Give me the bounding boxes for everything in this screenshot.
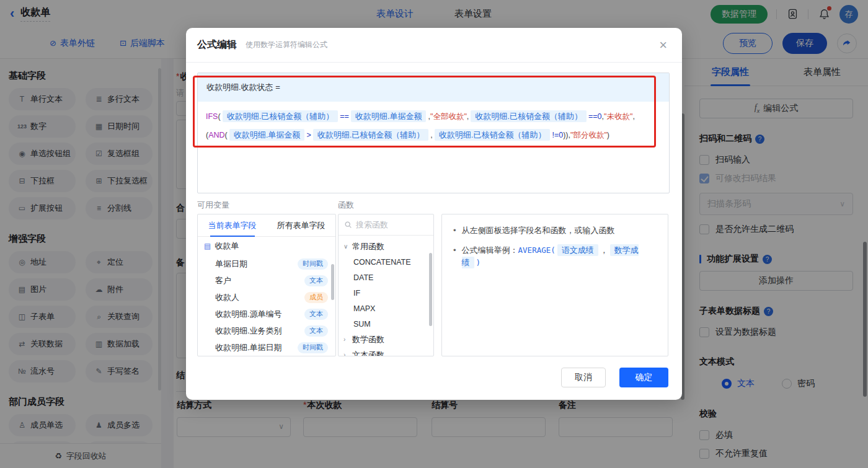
- variable-name: 单据日期: [215, 258, 247, 270]
- cancel-button[interactable]: 取消: [561, 368, 606, 387]
- help-bullet: • 公式编辑举例：AVERAGE(语文成绩，数学成绩): [453, 244, 657, 269]
- variable-row[interactable]: 客户文本: [198, 272, 335, 289]
- variable-row[interactable]: 收款明细.源单编号文本: [198, 306, 335, 322]
- formula-editor-modal: 公式编辑 使用数学运算符编辑公式 × 收款明细.收款状态 = IFS(收款明细.…: [186, 28, 682, 400]
- function-group[interactable]: ∨常用函数: [339, 239, 433, 254]
- chip-separator: ，: [600, 245, 608, 255]
- formula-token: (: [225, 131, 228, 139]
- confirm-button[interactable]: 确定: [619, 368, 668, 387]
- field-chip[interactable]: 收款明细.已核销金额（辅助）: [471, 110, 587, 122]
- variables-panel: 当前表单字段所有表单字段 ▤收款单单据日期时间戳客户文本收款人成员收款明细.源单…: [197, 214, 336, 356]
- help-example-close: ): [476, 258, 481, 267]
- formula-token: ==: [340, 112, 349, 121]
- variable-row[interactable]: 单据日期时间戳: [198, 255, 335, 272]
- search-placeholder: 搜索函数: [356, 219, 388, 231]
- field-chip[interactable]: 收款明细.单据金额: [229, 129, 305, 141]
- variables-tree: ▤收款单单据日期时间戳客户文本收款人成员收款明细.源单编号文本收款明细.业务类别…: [198, 237, 335, 356]
- formula-token: "全部收款": [430, 112, 467, 121]
- form-file-icon: ▤: [204, 242, 211, 250]
- formula-input-area[interactable]: 收款明细.收款状态 = IFS(收款明细.已核销金额（辅助）==收款明细.单据金…: [197, 73, 670, 193]
- variable-row[interactable]: 收款人成员: [198, 289, 335, 306]
- formula-token: ,: [430, 131, 432, 139]
- function-group-label: 数学函数: [352, 334, 384, 345]
- function-group[interactable]: ›文本函数: [339, 347, 433, 356]
- variable-type-badge: 文本: [304, 275, 328, 286]
- field-chip[interactable]: 收款明细.单据金额: [351, 110, 427, 122]
- formula-token: ,: [467, 112, 469, 121]
- modal-title: 公式编辑: [197, 38, 237, 51]
- function-list: ∨常用函数CONCATENATEDATEIFMAPXSUM›数学函数›文本函数: [339, 236, 433, 356]
- formula-token: "未收款": [604, 112, 632, 121]
- chevron-right-icon: ›: [343, 351, 349, 356]
- bullet-dot: •: [453, 244, 456, 269]
- close-icon[interactable]: ×: [655, 38, 671, 52]
- formula-line: (AND(收款明细.单据金额>收款明细.已核销金额（辅助）,收款明细.已核销金额…: [206, 126, 661, 144]
- formula-token: ,: [632, 112, 634, 121]
- variable-row[interactable]: 收款明细.单据日期时间戳: [198, 339, 335, 356]
- variable-name: 收款明细.源单编号: [215, 309, 282, 320]
- formula-token: ==0: [588, 112, 602, 121]
- variable-type-badge: 时间戳: [298, 342, 328, 353]
- chevron-right-icon: ›: [343, 336, 349, 343]
- function-search[interactable]: 搜索函数: [339, 214, 433, 236]
- formula-token: ): [607, 131, 609, 139]
- function-group[interactable]: ›数学函数: [339, 332, 433, 347]
- function-item[interactable]: CONCATENATE: [339, 254, 433, 270]
- field-chip[interactable]: 收款明细.已核销金额（辅助）: [313, 129, 429, 141]
- functions-panel: 搜索函数 ∨常用函数CONCATENATEDATEIFMAPXSUM›数学函数›…: [338, 214, 434, 356]
- functions-scrollbar[interactable]: [429, 253, 432, 326]
- formula-token: (: [218, 112, 220, 121]
- formula-token: IFS: [206, 112, 218, 121]
- variable-name: 收款人: [215, 292, 239, 303]
- help-bullet: • 从左侧面板选择字段名和函数，或输入函数: [453, 224, 657, 237]
- modal-subtitle: 使用数学运算符编辑公式: [246, 40, 327, 50]
- chevron-down-icon: ∨: [343, 243, 349, 250]
- tree-root-row[interactable]: ▤收款单: [198, 237, 335, 255]
- variable-type-badge: 文本: [304, 325, 328, 337]
- formula-token: >: [306, 131, 311, 139]
- formula-token: AND: [208, 131, 224, 139]
- formula-token: !=0: [552, 131, 563, 139]
- field-chip: 语文成绩: [557, 244, 598, 256]
- field-chip[interactable]: 收款明细.已核销金额（辅助）: [435, 129, 551, 141]
- formula-expression: IFS(收款明细.已核销金额（辅助）==收款明细.单据金额,"全部收款",收款明…: [198, 102, 669, 150]
- variable-type-badge: 文本: [304, 309, 328, 320]
- help-example: 公式编辑举例：AVERAGE(语文成绩，数学成绩): [462, 244, 657, 269]
- formula-token: "部分收款": [570, 131, 607, 139]
- variables-scrollbar[interactable]: [331, 264, 334, 300]
- app-window: ‹ 收款单 表单设计表单设置 数据管理 存 ⊘表单外链⊡后端脚本▦数据权限 预览…: [0, 0, 868, 468]
- variable-name: 客户: [215, 275, 231, 286]
- variable-type-badge: 时间戳: [298, 258, 328, 270]
- variables-tabs: 当前表单字段所有表单字段: [198, 214, 335, 237]
- help-panel: • 从左侧面板选择字段名和函数，或输入函数 • 公式编辑举例：AVERAGE(语…: [441, 214, 668, 356]
- bullet-dot: •: [453, 224, 456, 237]
- function-item[interactable]: SUM: [339, 316, 433, 332]
- functions-label: 函数: [338, 200, 354, 211]
- variables-label: 可用变量: [197, 200, 229, 211]
- function-item[interactable]: DATE: [339, 270, 433, 285]
- function-group-label: 常用函数: [352, 241, 384, 252]
- function-item[interactable]: IF: [339, 285, 433, 301]
- field-chip[interactable]: 收款明细.已核销金额（辅助）: [223, 110, 339, 122]
- variables-tab[interactable]: 所有表单字段: [267, 214, 335, 236]
- function-item[interactable]: MAPX: [339, 301, 433, 316]
- variables-tab[interactable]: 当前表单字段: [198, 214, 267, 236]
- help-example-prefix: 公式编辑举例：: [462, 245, 518, 255]
- variable-name: 收款明细.业务类别: [215, 325, 282, 337]
- formula-line: IFS(收款明细.已核销金额（辅助）==收款明细.单据金额,"全部收款",收款明…: [206, 107, 661, 126]
- help-example-function: AVERAGE(: [518, 245, 556, 255]
- help-text: 从左侧面板选择字段名和函数，或输入函数: [462, 224, 615, 237]
- tree-root-label: 收款单: [215, 241, 239, 252]
- search-icon: [344, 221, 352, 229]
- modal-header: 公式编辑 使用数学运算符编辑公式 ×: [186, 28, 682, 63]
- variable-row[interactable]: 收款明细.业务类别文本: [198, 322, 335, 339]
- formula-target: 收款明细.收款状态 =: [198, 73, 669, 102]
- variable-name: 收款明细.单据日期: [215, 342, 282, 353]
- function-group-label: 文本函数: [352, 350, 384, 357]
- variable-type-badge: 成员: [304, 292, 328, 303]
